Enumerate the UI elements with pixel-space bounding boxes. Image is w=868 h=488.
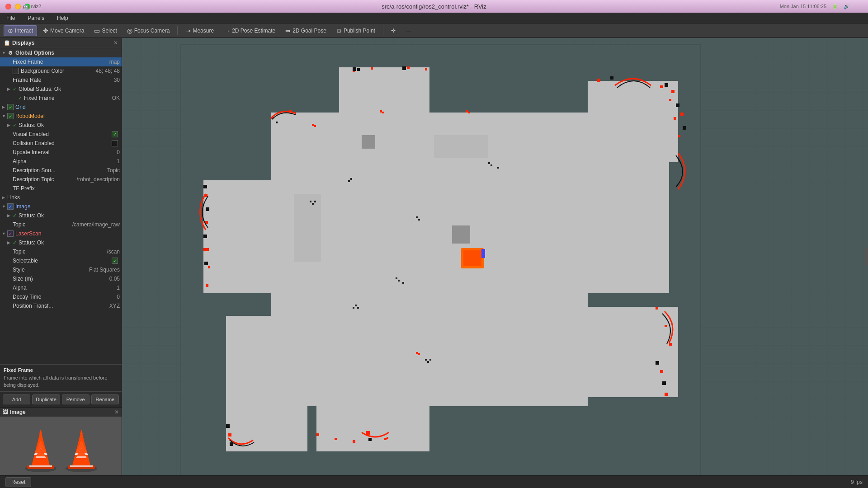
- visual-enabled-checkbox[interactable]: ✓: [112, 131, 118, 137]
- measure-button[interactable]: ⊸ Measure: [181, 25, 218, 36]
- collision-enabled-checkbox[interactable]: [112, 140, 118, 146]
- svg-rect-4: [29, 465, 52, 467]
- image-topic-item[interactable]: Topic /camera/image_raw: [0, 220, 122, 229]
- svg-rect-113: [418, 353, 420, 355]
- image-panel-icon: 🖼: [3, 409, 8, 415]
- selectable-checkbox[interactable]: ✓: [112, 258, 118, 264]
- pose-estimate-icon: →: [224, 27, 230, 34]
- title-bar: 🤖 rviz2 src/a-ros/config/ros2_control.rv…: [0, 0, 868, 13]
- update-interval-item[interactable]: Update Interval 0: [0, 148, 122, 157]
- battery-icon: 🔋: [832, 4, 838, 9]
- status-bar: Reset 9 fps: [0, 475, 868, 488]
- frame-rate-item[interactable]: Frame Rate 30: [0, 75, 122, 84]
- main-layout: 📋 Displays ✕ ▼ ⚙ Global Options Fixed Fr…: [0, 38, 868, 475]
- displays-title: 📋 Displays: [4, 40, 34, 46]
- svg-rect-92: [497, 167, 499, 169]
- collision-enabled-item[interactable]: Collision Enabled: [0, 139, 122, 148]
- info-text: Frame into which all data is transformed…: [4, 375, 118, 389]
- rename-button[interactable]: Rename: [91, 394, 119, 404]
- toolbar: ⊕ Interact ✥ Move Camera ▭ Select ◎ Focu…: [0, 23, 868, 38]
- svg-rect-95: [398, 280, 400, 282]
- displays-list[interactable]: ▼ ⚙ Global Options Fixed Frame map Backg…: [0, 48, 122, 364]
- robot-model-item[interactable]: ▼ ✓ RobotModel: [0, 112, 122, 121]
- focus-camera-button[interactable]: ◎ Focus Camera: [123, 25, 174, 36]
- svg-rect-81: [463, 250, 481, 266]
- svg-rect-101: [425, 359, 427, 361]
- svg-rect-96: [396, 277, 397, 279]
- global-status-item[interactable]: ▶ ✓ Global Status: Ok: [0, 84, 122, 94]
- desc-topic-item[interactable]: Description Topic /robot_description: [0, 175, 122, 184]
- links-item[interactable]: ▶ Links: [0, 193, 122, 202]
- reset-button[interactable]: Reset: [5, 477, 31, 487]
- style-item[interactable]: Style Flat Squares: [0, 265, 122, 274]
- size-item[interactable]: Size (m) 0.05: [0, 274, 122, 283]
- menu-panels[interactable]: Panels: [25, 14, 47, 22]
- move-camera-button[interactable]: ✥ Move Camera: [39, 25, 88, 36]
- pos-transform-item[interactable]: Position Transf... XYZ: [0, 301, 122, 310]
- menu-file[interactable]: File: [4, 14, 18, 22]
- svg-rect-88: [348, 180, 350, 182]
- selectable-item[interactable]: Selectable ✓: [0, 256, 122, 265]
- minimize-button[interactable]: [15, 4, 21, 9]
- svg-rect-91: [491, 164, 492, 166]
- background-color-item[interactable]: Background Color 48; 48; 48: [0, 66, 122, 75]
- viewport[interactable]: [122, 38, 868, 475]
- desc-source-item[interactable]: Description Sou... Topic: [0, 166, 122, 175]
- svg-rect-87: [314, 201, 316, 202]
- image-checkbox[interactable]: ✓: [7, 203, 14, 210]
- grid-item[interactable]: ▶ ✓ Grid: [0, 103, 122, 112]
- interact-button[interactable]: ⊕ Interact: [4, 25, 37, 36]
- goal-pose-button[interactable]: ⇒ 2D Goal Pose: [281, 25, 330, 36]
- publish-point-label: Publish Point: [344, 28, 375, 34]
- svg-rect-79: [665, 393, 668, 396]
- laserscan-topic-item[interactable]: Topic /scan: [0, 247, 122, 256]
- svg-rect-83: [434, 135, 488, 158]
- extra-icon-1: ✛: [391, 28, 396, 34]
- svg-rect-105: [314, 125, 316, 127]
- displays-close-icon[interactable]: ✕: [113, 40, 118, 46]
- visual-enabled-item[interactable]: Visual Enabled ✓: [0, 130, 122, 139]
- extra-button-1[interactable]: ✛: [387, 26, 400, 36]
- pose-estimate-button[interactable]: → 2D Pose Estimate: [220, 25, 279, 36]
- fixed-frame-ok-item[interactable]: ✓ Fixed Frame OK: [0, 94, 122, 103]
- decay-time-item[interactable]: Decay Time 0: [0, 292, 122, 301]
- laserscan-checkbox[interactable]: ✓: [7, 230, 14, 237]
- viewport-resize-handle[interactable]: [865, 248, 868, 266]
- svg-rect-42: [656, 307, 658, 310]
- select-button[interactable]: ▭ Select: [90, 25, 121, 36]
- add-button[interactable]: Add: [3, 394, 30, 404]
- alpha-robot-item[interactable]: Alpha 1: [0, 157, 122, 166]
- svg-rect-33: [452, 225, 470, 244]
- extra-button-2[interactable]: —: [401, 26, 415, 36]
- svg-rect-71: [226, 424, 230, 428]
- svg-rect-72: [228, 433, 231, 436]
- alpha-laser-item[interactable]: Alpha 1: [0, 283, 122, 292]
- tf-prefix-item[interactable]: TF Prefix: [0, 184, 122, 193]
- remove-button[interactable]: Remove: [62, 394, 90, 404]
- fixed-frame-item[interactable]: Fixed Frame map: [0, 57, 122, 66]
- svg-rect-46: [208, 266, 210, 268]
- robot-status-item[interactable]: ▶ ✓ Status: Ok: [0, 121, 122, 130]
- image-item[interactable]: ▼ ✓ Image: [0, 202, 122, 211]
- laserscan-status-item[interactable]: ▶ ✓ Status: Ok: [0, 238, 122, 247]
- fixed-frame-ok-check: ✓: [18, 95, 22, 101]
- menu-help[interactable]: Help: [54, 14, 71, 22]
- robot-model-checkbox[interactable]: ✓: [7, 113, 14, 119]
- svg-rect-69: [206, 248, 209, 251]
- image-status-item[interactable]: ▶ ✓ Status: Ok: [0, 211, 122, 220]
- svg-rect-44: [669, 343, 672, 346]
- svg-rect-94: [418, 219, 420, 221]
- app-name: 🤖 rviz2: [23, 4, 41, 9]
- svg-rect-57: [597, 79, 600, 82]
- global-options-item[interactable]: ▼ ⚙ Global Options: [0, 48, 122, 57]
- close-button[interactable]: [5, 4, 11, 9]
- grid-checkbox[interactable]: ✓: [7, 104, 14, 110]
- svg-rect-93: [416, 216, 418, 218]
- expand-arrow: ▼: [2, 51, 7, 55]
- svg-rect-40: [674, 117, 676, 120]
- duplicate-button[interactable]: Duplicate: [32, 394, 60, 404]
- publish-point-button[interactable]: ⊙ Publish Point: [332, 25, 379, 36]
- cone-image: [7, 417, 115, 475]
- laserscan-item[interactable]: ▼ ✓ LaserScan: [0, 229, 122, 238]
- image-panel-close-icon[interactable]: ✕: [114, 409, 119, 415]
